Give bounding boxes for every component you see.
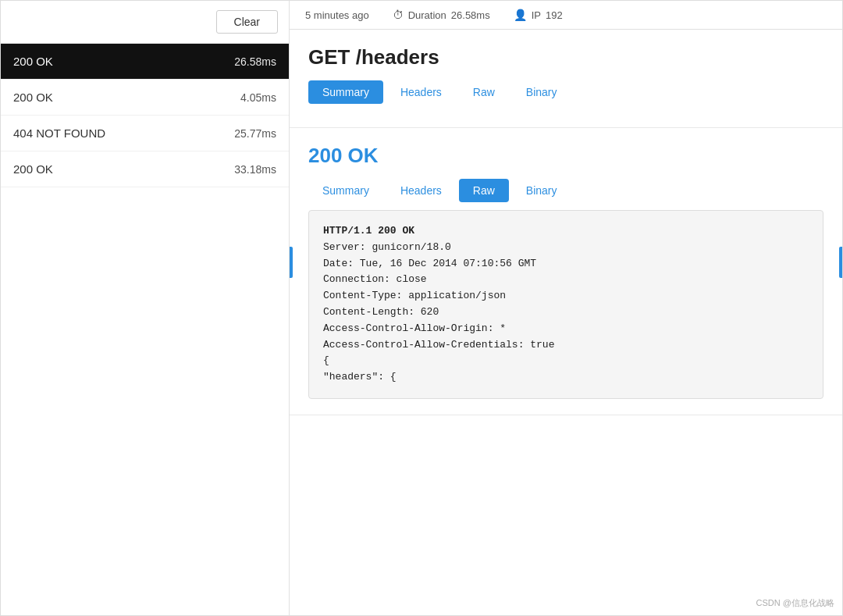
tab-binary-1[interactable]: Binary: [512, 179, 571, 202]
section-title-1: 200 OK: [308, 144, 823, 168]
tab-headers-0[interactable]: Headers: [386, 80, 456, 104]
duration-info: ⏱ Duration 26.58ms: [393, 9, 490, 21]
raw-line: Server: gunicorn/18.0: [323, 240, 809, 256]
right-panel: 5 minutes ago ⏱ Duration 26.58ms 👤 IP 19…: [290, 1, 842, 615]
request-list: 200 OK 26.58ms 200 OK 4.05ms 404 NOT FOU…: [1, 44, 289, 615]
section-title-0: GET /headers: [308, 45, 823, 69]
tab-raw-1[interactable]: Raw: [459, 179, 509, 202]
request-status: 200 OK: [13, 162, 53, 176]
raw-line: Connection: close: [323, 272, 809, 288]
section-0: GET /headersSummaryHeadersRawBinary: [290, 30, 842, 128]
duration-label: Duration: [408, 9, 446, 21]
request-item[interactable]: 200 OK 33.18ms: [1, 151, 289, 187]
watermark: CSDN @信息化战略: [756, 597, 834, 609]
duration-value: 26.58ms: [451, 9, 490, 21]
clear-button[interactable]: Clear: [216, 10, 278, 34]
ip-info: 👤 IP 192: [514, 9, 563, 21]
request-status: 200 OK: [13, 55, 53, 68]
request-duration: 33.18ms: [234, 163, 276, 176]
person-icon: 👤: [514, 9, 527, 21]
request-item[interactable]: 200 OK 4.05ms: [1, 80, 289, 116]
tab-bar-1: SummaryHeadersRawBinary: [308, 179, 823, 202]
right-scroll-indicator: [839, 247, 842, 278]
request-item[interactable]: 404 NOT FOUND 25.77ms: [1, 116, 289, 151]
request-duration: 4.05ms: [240, 91, 276, 104]
raw-content-box: HTTP/1.1 200 OKServer: gunicorn/18.0Date…: [308, 210, 823, 399]
left-panel: Clear 200 OK 26.58ms 200 OK 4.05ms 404 N…: [1, 1, 290, 615]
ip-value: 192: [546, 9, 563, 21]
sections-container: GET /headersSummaryHeadersRawBinary200 O…: [290, 30, 842, 615]
tab-headers-1[interactable]: Headers: [386, 179, 456, 202]
section-1: 200 OKSummaryHeadersRawBinaryHTTP/1.1 20…: [290, 128, 842, 415]
raw-line: Content-Length: 620: [323, 304, 809, 321]
raw-line: Content-Type: application/json: [323, 288, 809, 304]
raw-line: HTTP/1.1 200 OK: [323, 223, 809, 240]
tab-raw-0[interactable]: Raw: [459, 80, 509, 104]
raw-line: Access-Control-Allow-Origin: *: [323, 321, 809, 337]
time-ago: 5 minutes ago: [305, 9, 369, 21]
request-item[interactable]: 200 OK 26.58ms: [1, 44, 289, 80]
request-duration: 25.77ms: [234, 127, 276, 140]
raw-line: Date: Tue, 16 Dec 2014 07:10:56 GMT: [323, 256, 809, 272]
request-duration: 26.58ms: [234, 55, 276, 68]
top-bar: 5 minutes ago ⏱ Duration 26.58ms 👤 IP 19…: [290, 1, 842, 30]
tab-binary-0[interactable]: Binary: [512, 80, 571, 104]
tab-bar-0: SummaryHeadersRawBinary: [308, 80, 823, 104]
raw-line: {: [323, 353, 809, 369]
clear-btn-row: Clear: [1, 1, 289, 44]
tab-summary-0[interactable]: Summary: [308, 80, 383, 104]
request-status: 200 OK: [13, 91, 53, 104]
request-status: 404 NOT FOUND: [13, 126, 105, 140]
raw-line: Access-Control-Allow-Credentials: true: [323, 337, 809, 354]
raw-line: "headers": {: [323, 369, 809, 386]
tab-summary-1[interactable]: Summary: [308, 179, 383, 202]
clock-icon: ⏱: [393, 9, 404, 21]
ip-label: IP: [532, 9, 541, 21]
left-scroll-indicator: [290, 247, 293, 278]
